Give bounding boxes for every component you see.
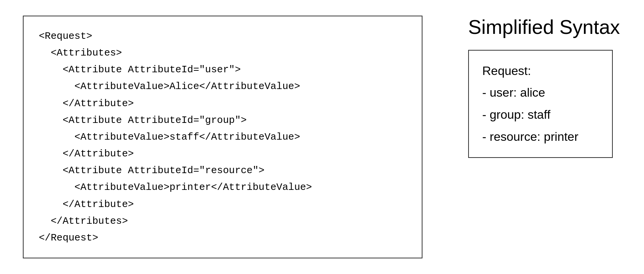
simplified-item-2: - resource: printer (482, 126, 599, 148)
xml-panel: <Request> <Attributes> <Attribute Attrib… (23, 16, 422, 258)
xml-code: <Request> <Attributes> <Attribute Attrib… (39, 28, 406, 246)
simplified-item-0: - user: alice (482, 82, 599, 104)
simplified-syntax-title: Simplified Syntax (468, 16, 620, 38)
main-container: <Request> <Attributes> <Attribute Attrib… (23, 16, 621, 258)
right-panel: Simplified Syntax Request: - user: alice… (468, 16, 621, 158)
simplified-item-1: - group: staff (482, 104, 599, 126)
simplified-content: Request: - user: alice - group: staff - … (482, 60, 599, 148)
simplified-box: Request: - user: alice - group: staff - … (468, 50, 613, 158)
simplified-label: Request: (482, 60, 599, 82)
